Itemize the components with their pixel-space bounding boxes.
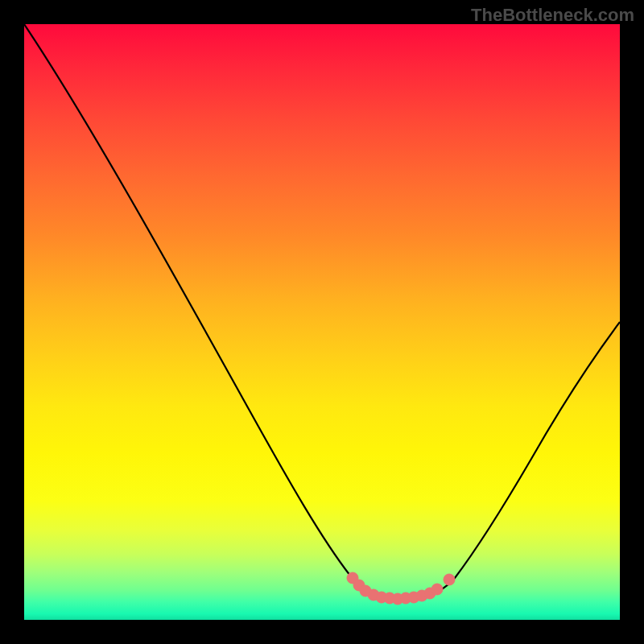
bottleneck-curve-line <box>24 24 620 599</box>
svg-point-12 <box>444 574 455 585</box>
optimal-zone-marker <box>347 572 455 605</box>
plot-area <box>24 24 620 620</box>
watermark-text: TheBottleneck.com <box>471 5 634 26</box>
curve-svg <box>24 24 620 620</box>
svg-point-11 <box>431 584 443 595</box>
